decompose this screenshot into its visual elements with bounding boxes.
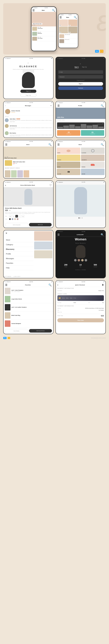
menu-close-icon[interactable]: ✕ bbox=[6, 232, 7, 234]
sg-title: Store bbox=[78, 144, 82, 145]
profile-color-stats: 23 PURCHASED 61 COMMENTED bbox=[56, 130, 105, 137]
cat-bags[interactable]: BAGS bbox=[57, 162, 80, 168]
list-item-2: €70 · €37 Silk Blouse bbox=[31, 31, 56, 36]
color-patches-button[interactable]: Color Patches bbox=[5, 329, 28, 332]
profile-month: AUGUST 2016 bbox=[56, 119, 105, 121]
side-search-icon[interactable]: 🔍 bbox=[74, 16, 77, 19]
size-xs[interactable]: XS bbox=[9, 215, 12, 218]
qc-share-icon[interactable]: ⬆ bbox=[102, 284, 104, 286]
email-field[interactable]: E-Mail bbox=[58, 70, 103, 74]
fav-item-5[interactable]: Canvas Backpack bbox=[4, 320, 53, 328]
tab-signup[interactable]: Sign Up bbox=[82, 66, 87, 68]
msg-content-2: Juli Soinceva Lorem ipsum dolor sit amet… bbox=[10, 124, 52, 130]
fav-item-1[interactable]: Lark + Linen Sneakers Lark + Linen Sneak… bbox=[4, 287, 53, 295]
sl-search-icon[interactable]: 🔍 bbox=[48, 143, 52, 146]
sl-menu-icon[interactable]: ☰ bbox=[5, 143, 7, 146]
city-label: City bbox=[57, 310, 59, 311]
cat-hats[interactable]: HATS bbox=[57, 148, 80, 154]
fav-item-4[interactable]: Metal Cube Ring bbox=[4, 312, 53, 320]
fav-signal: •••• VIRGIN ✦ bbox=[5, 281, 11, 282]
size-l[interactable]: L bbox=[19, 215, 21, 218]
place-order-button[interactable]: Place Order bbox=[57, 318, 104, 322]
cat-shoes-1[interactable]: SHOES bbox=[57, 154, 80, 161]
tab-signin[interactable]: Sign In bbox=[74, 66, 79, 68]
dots-indicator bbox=[56, 217, 105, 219]
cat-shoes-2[interactable]: SHOES bbox=[81, 162, 104, 168]
fav-info-4: Metal Cube Ring bbox=[11, 315, 52, 316]
w-stat-products-num: 200 bbox=[64, 264, 67, 266]
cat-jackets[interactable]: JACKETS bbox=[81, 154, 104, 161]
store-grid-status: •••• VIRGIN ✦ 4:21 PM ■ bbox=[56, 140, 105, 143]
signin-brand-script: ε bbox=[56, 60, 105, 66]
messages-back-icon[interactable]: ‹ bbox=[5, 105, 6, 106]
cat-jeans[interactable]: JEANS bbox=[81, 169, 104, 175]
store-list-item-1[interactable]: Wide-Cuff Cotton Shirt €29 €39 #32 bbox=[4, 160, 53, 167]
price-new: €29 bbox=[5, 210, 8, 211]
forgot-password-link[interactable]: Forgot password? bbox=[56, 80, 105, 81]
size-m[interactable]: M bbox=[15, 215, 18, 218]
facebook-button[interactable]: Facebook bbox=[58, 86, 103, 90]
msg-avatar-2 bbox=[5, 124, 9, 128]
cvv-label: CVV bbox=[88, 302, 90, 303]
total-value: €23 bbox=[101, 315, 104, 317]
size-xl[interactable]: XL bbox=[22, 215, 24, 218]
w-stat-comment: 500 Comment bbox=[94, 264, 97, 267]
color-beige[interactable] bbox=[14, 218, 16, 220]
fav-search-icon[interactable]: 🔍 bbox=[48, 284, 52, 286]
fav-menu-icon[interactable]: ☰ bbox=[5, 284, 7, 286]
nav-search-icon[interactable]: 🔍 bbox=[52, 9, 55, 12]
message-item-1[interactable]: John Silver WRITE Lorem ipsum dolor sit … bbox=[4, 118, 53, 123]
add-cart-button[interactable]: Add to Cart bbox=[29, 223, 52, 226]
profile-search-icon[interactable]: 🔍 bbox=[101, 104, 104, 107]
figure-silhouette bbox=[22, 72, 35, 88]
nav-menu-icon[interactable]: ☰ bbox=[32, 9, 35, 12]
size-s[interactable]: S bbox=[12, 215, 15, 218]
add-favorites-button[interactable]: Add to Favourites bbox=[5, 223, 28, 226]
category-grid: HATS CLOCKS SHOES JACKETS BAGS bbox=[56, 146, 105, 176]
password-field[interactable]: Password bbox=[58, 75, 103, 78]
message-item-3[interactable]: Elen Santos Lorem ipsum dolor sit amet, … bbox=[4, 130, 53, 138]
product-detail-img bbox=[4, 187, 53, 206]
fav-time: 6:00 PM bbox=[29, 281, 33, 282]
side-thumb-4: €24 bbox=[68, 26, 77, 33]
fav-item-2[interactable]: Long Cotton Shorts bbox=[4, 295, 53, 303]
sg-search-icon[interactable]: 🔍 bbox=[101, 143, 104, 146]
sign-up-button[interactable]: Sign Up bbox=[20, 94, 36, 97]
store-img-1 bbox=[5, 160, 12, 166]
qc-back-icon[interactable]: ‹ bbox=[57, 284, 58, 286]
signin-submit-button[interactable]: Sign In bbox=[58, 82, 103, 86]
women-time: 4:21 PM bbox=[82, 231, 85, 232]
profile-menu-icon[interactable]: ☰ bbox=[57, 104, 60, 107]
cat-clocks[interactable]: CLOCKS bbox=[81, 148, 104, 154]
color-black[interactable] bbox=[9, 218, 11, 220]
fav-info-2: Long Cotton Shorts bbox=[11, 298, 52, 300]
message-item-2[interactable]: Juli Soinceva Lorem ipsum dolor sit amet… bbox=[4, 123, 53, 130]
color-label: Color bbox=[5, 218, 8, 220]
phone-nav-title: Store bbox=[42, 10, 45, 11]
row-5: ✕ Store Category Discovery Profile Messa… bbox=[3, 230, 106, 278]
add-all-button[interactable]: Add Script All Items bbox=[29, 329, 52, 332]
color-pink[interactable] bbox=[17, 218, 19, 220]
logout-link[interactable]: LOG OUT bbox=[14, 276, 21, 277]
qc-battery: ■ bbox=[103, 281, 104, 282]
fav-header: ☰ Favorites 🔍 bbox=[4, 283, 53, 287]
fav-action-buttons: Color Patches Add Script All Items bbox=[4, 328, 53, 334]
product-info: Dress With Button Back €29 €99 Wear for … bbox=[4, 206, 53, 222]
pd-back-icon[interactable]: ‹ bbox=[5, 184, 6, 187]
pd-heart-icon[interactable]: ♡ bbox=[49, 184, 52, 187]
color-blue[interactable] bbox=[12, 218, 14, 220]
store-thumb-4 bbox=[24, 170, 29, 178]
side-menu-icon[interactable]: ☰ bbox=[59, 16, 62, 19]
sign-in-button[interactable]: Sign In bbox=[20, 90, 36, 93]
cat-glass[interactable]: 🕶 GLASS bbox=[57, 169, 80, 175]
checkout-total: Order Total €23 bbox=[56, 314, 105, 318]
side-list-2: Silk Dress €70 bbox=[58, 39, 78, 44]
menu-preview-1 bbox=[34, 231, 52, 241]
messages-compose-icon[interactable]: ✏ bbox=[51, 105, 52, 106]
store-list-status: •••• VIRGIN ✦ 4:21 PM ■ bbox=[4, 140, 53, 143]
fav-item-3[interactable]: Lark + Livi Leather Sneakers bbox=[4, 303, 53, 312]
women-search-icon[interactable]: 🔍 bbox=[101, 233, 104, 236]
sg-menu-icon[interactable]: ☰ bbox=[57, 143, 60, 146]
women-menu-icon[interactable]: ☰ bbox=[57, 233, 60, 236]
settings-link[interactable]: SETTINGS bbox=[4, 276, 11, 277]
